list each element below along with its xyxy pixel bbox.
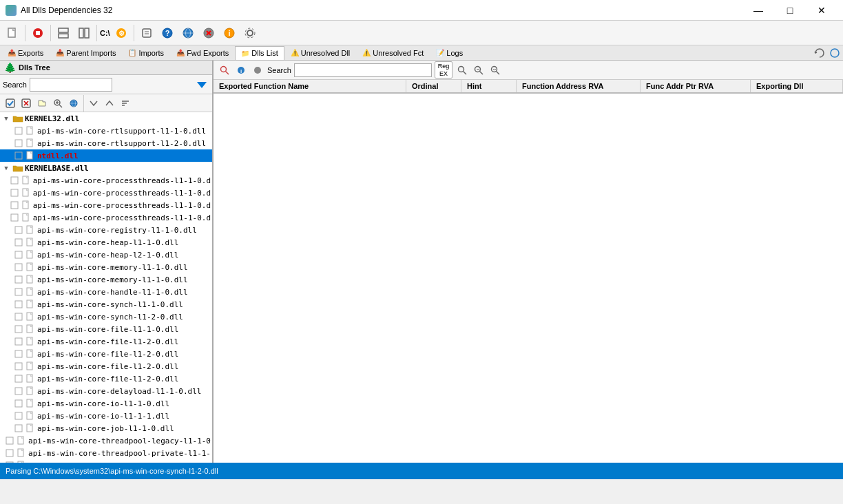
tree-item[interactable]: api-ms-win-core-processthreads-l1-1-0.d: [0, 211, 212, 224]
path-options-button[interactable]: ⚙: [112, 23, 131, 43]
tree-item[interactable]: api-ms-win-core-handle-l1-1-0.dll: [0, 286, 212, 298]
tree-item[interactable]: api-ms-win-core-io-l1-1-1.dll: [0, 410, 212, 422]
tree-item[interactable]: api-ms-win-core-processthreads-l1-1-0.d: [0, 174, 212, 187]
minimize-button[interactable]: —: [742, 0, 774, 21]
tree-item[interactable]: api-ms-win-core-file-l1-2-0.dll: [0, 335, 212, 348]
col-header-fn-rva[interactable]: Function Address RVA: [517, 80, 641, 92]
info-button[interactable]: i: [220, 23, 239, 43]
search-icon-btn[interactable]: [218, 63, 231, 77]
col-header-ptr-rva[interactable]: Func Addr Ptr RVA: [641, 80, 751, 92]
sort-button[interactable]: [118, 96, 133, 111]
tree-item[interactable]: api-ms-win-core-heap-l1-1-0.dll: [0, 236, 212, 249]
tab-unresolved-fct[interactable]: ⚠️ Unresolved Fct: [356, 45, 430, 60]
expand-btn[interactable]: [10, 176, 19, 185]
expand-btn[interactable]: [14, 262, 23, 272]
tree-item[interactable]: api-ms-win-core-synch-l1-1-0.dll: [0, 298, 212, 311]
zoom-in-button[interactable]: [50, 96, 65, 111]
expand-btn[interactable]: [14, 151, 23, 160]
maximize-button[interactable]: □: [774, 0, 806, 21]
tree-item[interactable]: ntdll.dll: [0, 149, 212, 162]
expand-btn[interactable]: [10, 213, 19, 222]
reg-ex-button[interactable]: RegEX: [435, 61, 453, 79]
expand-btn[interactable]: [14, 225, 23, 235]
tree-item[interactable]: api-ms-win-core-file-l1-1-0.dll: [0, 323, 212, 335]
new-button[interactable]: [3, 23, 22, 43]
col-header-hint[interactable]: Hint: [461, 80, 517, 92]
tree-item[interactable]: api-ms-win-core-rtlsupport-l1-2-0.dll: [0, 137, 212, 149]
tree-item[interactable]: api-ms-win-core-synch-l1-2-0.dll: [0, 311, 212, 323]
tab-dlls-list[interactable]: 📁 Dlls List: [235, 46, 284, 61]
open-file-button[interactable]: [34, 96, 50, 111]
tree-item[interactable]: api-ms-win-core-threadpool-legacy-l1-1-0: [0, 434, 212, 447]
expand-btn[interactable]: [14, 423, 23, 433]
search-next-btn[interactable]: [488, 63, 502, 77]
globe-button[interactable]: [178, 23, 198, 43]
tree-item[interactable]: api-ms-win-core-memory-l1-1-0.dll: [0, 261, 212, 273]
properties-button[interactable]: [137, 23, 156, 43]
tree-item[interactable]: api-ms-win-core-file-l1-2-0.dll: [0, 360, 212, 372]
expand-btn[interactable]: [10, 188, 19, 198]
tree-item[interactable]: api-ms-win-core-libraryloader-l1-2-0.dll: [0, 459, 212, 463]
prefs-button[interactable]: [240, 23, 260, 43]
tab-imports[interactable]: 📋 Imports: [122, 45, 170, 60]
tree-item[interactable]: ▼KERNEL32.dll: [0, 112, 212, 125]
expand-btn[interactable]: [14, 374, 23, 384]
expand-btn[interactable]: [14, 399, 23, 408]
close-button[interactable]: ✕: [806, 0, 837, 21]
expand-btn[interactable]: [5, 461, 14, 463]
cancel-globe-button[interactable]: [199, 23, 218, 43]
expand-btn[interactable]: [14, 250, 23, 260]
expand-btn[interactable]: [14, 312, 23, 322]
help-button[interactable]: ?: [158, 23, 177, 43]
tree-item[interactable]: ▼KERNELBASE.dll: [0, 162, 212, 174]
right-search-input[interactable]: [294, 63, 432, 77]
uncheck-all-button[interactable]: [19, 96, 34, 111]
tree-item[interactable]: api-ms-win-core-io-l1-1-0.dll: [0, 397, 212, 410]
split-vert-button[interactable]: [74, 23, 94, 43]
network-button[interactable]: [828, 46, 842, 60]
exports-table[interactable]: Exported Function Name Ordinal Hint Func…: [214, 80, 843, 463]
col-header-ordinal[interactable]: Ordinal: [406, 80, 461, 92]
expand-btn[interactable]: [10, 200, 19, 210]
expand-btn[interactable]: [14, 287, 23, 297]
tree-search-input[interactable]: [30, 78, 112, 92]
tab-exports[interactable]: 📤 Exports: [1, 45, 50, 60]
expand-btn[interactable]: [14, 324, 23, 334]
expand-btn[interactable]: ▼: [1, 163, 11, 173]
expand-btn[interactable]: [14, 349, 23, 359]
expand-btn[interactable]: [5, 448, 14, 458]
search-execute-btn[interactable]: [455, 63, 469, 77]
expand-btn[interactable]: [5, 436, 14, 445]
tree-item[interactable]: api-ms-win-core-processthreads-l1-1-0.d: [0, 199, 212, 211]
expand-btn[interactable]: [14, 300, 23, 309]
expand-btn[interactable]: ▼: [1, 114, 11, 123]
circle-blue-btn[interactable]: i: [234, 63, 248, 77]
col-header-exp-dll[interactable]: Exporting Dll: [751, 80, 843, 92]
circle-gray-btn[interactable]: [251, 63, 264, 77]
tab-logs[interactable]: 📝 Logs: [430, 45, 469, 60]
tree-item[interactable]: api-ms-win-core-processthreads-l1-1-0.d: [0, 187, 212, 199]
tab-unresolved-dll[interactable]: ⚠️ Unresolved Dll: [284, 45, 357, 60]
tree-item[interactable]: api-ms-win-core-job-l1-1-0.dll: [0, 422, 212, 434]
expand-btn[interactable]: [14, 126, 23, 136]
tree-item[interactable]: api-ms-win-core-heap-l2-1-0.dll: [0, 249, 212, 261]
tree-item[interactable]: api-ms-win-core-rtlsupport-l1-1-0.dll: [0, 125, 212, 137]
zoom-globe-button[interactable]: [66, 96, 81, 111]
expand-btn[interactable]: [14, 138, 23, 148]
expand-btn[interactable]: [14, 238, 23, 247]
tree-scroll-container[interactable]: ▼KERNEL32.dllapi-ms-win-core-rtlsupport-…: [0, 112, 212, 463]
expand-btn[interactable]: [14, 337, 23, 346]
tab-parent-imports[interactable]: 📥 Parent Imports: [50, 45, 122, 60]
tree-item[interactable]: api-ms-win-core-registry-l1-1-0.dll: [0, 224, 212, 236]
stop-button[interactable]: [28, 23, 48, 43]
col-header-fn-name[interactable]: Exported Function Name: [214, 80, 406, 92]
split-horz-button[interactable]: [54, 23, 73, 43]
tree-item[interactable]: api-ms-win-core-delayload-l1-1-0.dll: [0, 385, 212, 397]
refresh-button[interactable]: [813, 46, 826, 60]
check-all-button[interactable]: [3, 96, 18, 111]
tree-item[interactable]: api-ms-win-core-file-l1-2-0.dll: [0, 348, 212, 360]
tree-item[interactable]: api-ms-win-core-file-l1-2-0.dll: [0, 372, 212, 385]
expand-btn[interactable]: [14, 386, 23, 396]
tree-item[interactable]: api-ms-win-core-threadpool-private-l1-1-: [0, 447, 212, 459]
expand-btn[interactable]: [14, 275, 23, 284]
